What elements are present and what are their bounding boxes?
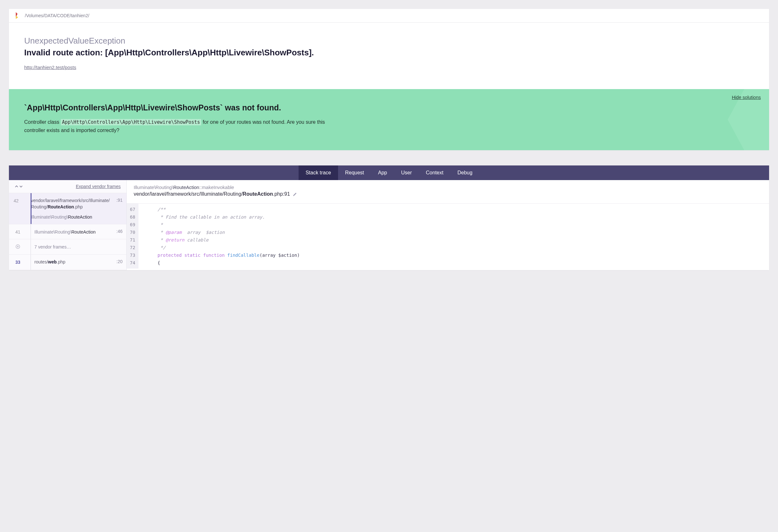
request-url-link[interactable]: http://tanhien2.test/posts	[24, 65, 76, 70]
code-block: 6768697071727374 /** * Find the callable…	[127, 203, 769, 269]
code-header: Illuminate\Routing\RouteAction::makeInvo…	[127, 180, 769, 200]
code-file-line: vendor/laravel/framework/src/Illuminate/…	[134, 191, 762, 197]
code-panel: Illuminate\Routing\RouteAction::makeInvo…	[127, 180, 769, 270]
project-path: /Volumes/DATA/CODE/tanhien2/	[25, 13, 89, 18]
tab-stack-trace[interactable]: Stack trace	[299, 165, 338, 180]
arrow-down-icon	[19, 185, 23, 188]
hide-solutions-link[interactable]: Hide solutions	[732, 95, 761, 100]
tab-bar: Stack traceRequestAppUserContextDebug	[9, 165, 769, 180]
stack-frame[interactable]: 42vendor/laravel/framework/src/Illuminat…	[9, 193, 127, 224]
arrow-up-icon	[15, 185, 18, 188]
stack-frame[interactable]: 7 vendor frames…	[9, 239, 127, 255]
card-body: UnexpectedValueException Invalid route a…	[9, 23, 769, 89]
tab-context[interactable]: Context	[419, 165, 451, 180]
ignition-logo-icon	[15, 12, 20, 19]
solution-title: `App\Http\Controllers\App\Http\Livewire\…	[24, 103, 754, 112]
stack-frame[interactable]: 33routes/web.php:20	[9, 255, 127, 270]
stack-frame[interactable]: 41Illuminate\Routing\RouteAction:46	[9, 224, 127, 239]
error-card: /Volumes/DATA/CODE/tanhien2/ UnexpectedV…	[9, 9, 769, 150]
code-namespace: Illuminate\Routing\RouteAction::makeInvo…	[134, 185, 762, 190]
code-lines: /** * Find the callable in an action arr…	[139, 204, 300, 269]
exception-message: Invalid route action: [App\Http\Controll…	[24, 48, 754, 58]
expand-vendor-link[interactable]: Expand vendor frames	[76, 184, 121, 189]
solution-text: Controller class App\Http\Controllers\Ap…	[24, 118, 336, 134]
card-header: /Volumes/DATA/CODE/tanhien2/	[9, 9, 769, 23]
code-gutter: 6768697071727374	[127, 204, 139, 269]
frame-nav-arrows[interactable]	[15, 185, 23, 188]
exception-class: UnexpectedValueException	[24, 36, 754, 46]
tab-debug[interactable]: Debug	[451, 165, 479, 180]
solution-text-before: Controller class	[24, 119, 61, 125]
tab-request[interactable]: Request	[338, 165, 371, 180]
frames-panel: Expand vendor frames 42vendor/laravel/fr…	[9, 180, 127, 270]
frames-header: Expand vendor frames	[9, 180, 127, 193]
tab-app[interactable]: App	[371, 165, 394, 180]
stack-card: Stack traceRequestAppUserContextDebug Ex…	[9, 165, 769, 270]
expand-icon	[16, 244, 20, 249]
solution-code: App\Http\Controllers\App\Http\Livewire\S…	[61, 119, 201, 125]
tab-user[interactable]: User	[394, 165, 419, 180]
solutions-panel: Hide solutions `App\Http\Controllers\App…	[9, 89, 769, 150]
edit-icon[interactable]	[293, 192, 297, 197]
frames-list: 42vendor/laravel/framework/src/Illuminat…	[9, 193, 127, 270]
stack-body: Expand vendor frames 42vendor/laravel/fr…	[9, 180, 769, 270]
